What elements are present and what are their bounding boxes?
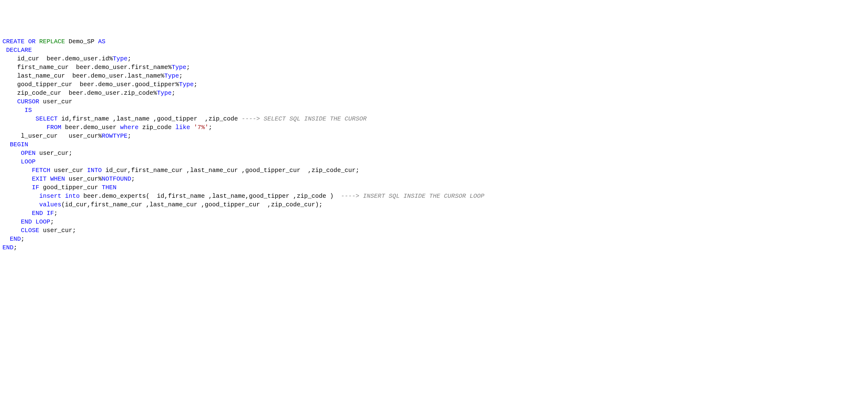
code-token: where [120,124,138,131]
code-line: id_cur beer.demo_user.id%Type; [2,55,866,63]
code-token [2,98,17,105]
code-token: ; [54,210,58,217]
code-token: IF [46,210,54,217]
code-token: AS [98,38,105,45]
code-line: IF good_tipper_cur THEN [2,183,866,192]
code-token: id,first_name ,last_name ,good_tipper ,z… [58,115,242,122]
code-token: like [175,124,190,131]
code-token [43,210,46,217]
code-line: LOOP [2,158,866,166]
code-token: CURSOR [17,98,39,105]
code-token: EXIT [32,175,46,182]
code-token [2,175,32,182]
code-token: user_cur [39,98,72,105]
code-token: LOOP [36,218,50,226]
code-token: ; [127,55,131,62]
code-line: END; [2,235,866,243]
code-token: WHEN [50,175,65,182]
code-token: CLOSE [21,227,39,234]
code-token: ; [131,175,135,182]
code-line: END; [2,243,866,252]
code-line: l_user_cur user_cur%ROWTYPE; [2,132,866,141]
code-token: BEGIN [10,141,28,148]
code-token: ; [50,218,54,226]
code-token: ----> SELECT SQL INSIDE THE CURSOR [242,115,367,122]
code-token [2,236,10,242]
code-line: CURSOR user_cur [2,97,866,106]
code-token: ROWTYPE [102,132,127,140]
code-token: beer.demo_user [61,124,120,131]
code-line: CLOSE user_cur; [2,226,866,235]
code-token: zip_code [138,124,175,131]
code-line: FETCH user_cur INTO id_cur,first_name_cu… [2,166,866,175]
code-token: INTO [87,167,102,174]
code-line: OPEN user_cur; [2,149,866,158]
code-token [2,167,32,174]
code-token: ; [127,132,131,140]
code-token [2,201,39,208]
code-line: values(id_cur,first_name_cur ,last_name_… [2,201,866,209]
code-line: EXIT WHEN user_cur%NOTFOUND; [2,175,866,183]
code-token: last_name_cur beer.demo_user.last_name% [2,72,164,80]
code-token: DECLARE [6,47,32,54]
code-line: DECLARE [2,46,866,55]
code-token: END [10,236,21,242]
code-token [2,150,21,157]
code-token [32,218,36,226]
code-token: id_cur beer.demo_user.id% [2,55,113,62]
code-token: ; [21,236,25,242]
code-token: user_cur; [39,227,76,234]
code-line: zip_code_cur beer.demo_user.zip_code%Typ… [2,89,866,97]
code-line: CREATE OR REPLACE Demo_SP AS [2,37,866,46]
code-token: ; [194,81,197,88]
code-token: LOOP [21,158,36,165]
code-token [2,218,21,226]
code-token: FROM [46,124,61,131]
code-line: last_name_cur beer.demo_user.last_name%T… [2,72,866,80]
code-token: OPEN [21,150,36,157]
code-token: beer.demo_experts( id,first_name ,last_n… [80,192,341,200]
code-token: Type [179,81,194,88]
code-token [190,124,194,131]
code-token [2,124,46,131]
code-token: REPLACE [39,38,65,45]
code-line: IS [2,106,866,115]
code-token: first_name_cur beer.demo_user.first_name… [2,64,172,71]
code-token: THEN [102,184,117,191]
code-token: ; [179,72,183,80]
code-token: (id_cur,first_name_cur ,last_name_cur ,g… [61,201,322,208]
code-token: insert [39,192,61,200]
code-token: user_cur [50,167,87,174]
code-line: FROM beer.demo_user where zip_code like … [2,123,866,132]
code-token: zip_code_cur beer.demo_user.zip_code% [2,90,157,97]
code-token: ----> INSERT SQL INSIDE THE CURSOR LOOP [341,192,484,200]
code-token: Type [172,64,186,71]
code-token [46,175,50,182]
code-token: ; [186,64,190,71]
code-token: IF [32,184,39,191]
code-token: good_tipper_cur beer.demo_user.good_tipp… [2,81,179,88]
code-line: END IF; [2,209,866,218]
code-token: good_tipper_cur [39,184,102,191]
code-token [2,192,39,200]
code-line: first_name_cur beer.demo_user.first_name… [2,63,866,72]
code-line: END LOOP; [2,218,866,226]
code-token: Type [157,90,172,97]
code-token: NOTFOUND [102,175,131,182]
code-token: values [39,201,61,208]
code-token: ; [13,244,17,251]
code-line: good_tipper_cur beer.demo_user.good_tipp… [2,80,866,89]
code-token: id_cur,first_name_cur ,last_name_cur ,go… [102,167,359,174]
code-token: l_user_cur user_cur% [2,132,102,140]
code-token [2,47,6,54]
code-token: Type [164,72,179,80]
code-token [2,210,32,217]
code-token: ; [209,124,212,131]
code-token: into [65,192,80,200]
code-line: BEGIN [2,141,866,149]
code-token [2,227,21,234]
code-token: OR [28,38,36,45]
code-token: IS [25,107,32,114]
code-token: ; [172,90,175,97]
code-token: CREATE [2,38,25,45]
